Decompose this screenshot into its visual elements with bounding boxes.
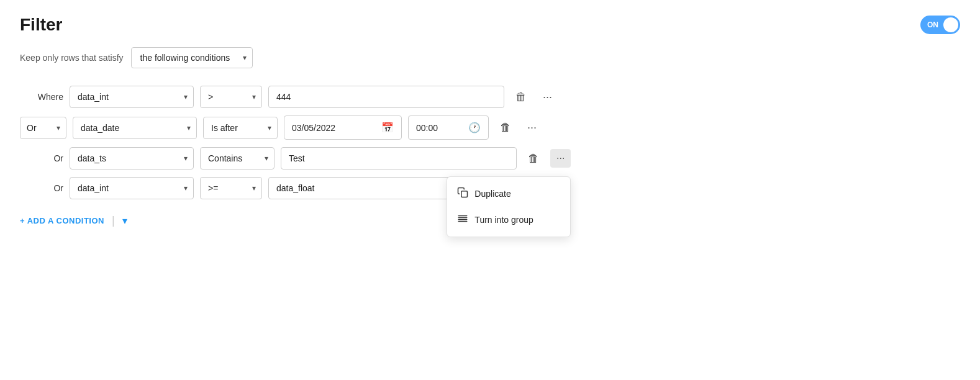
duplicate-icon [457, 187, 468, 201]
row2-time-input-wrapper: 🕐 [408, 115, 489, 140]
row1-delete-button[interactable]: 🗑 [510, 88, 532, 106]
row2-more-button[interactable]: ··· [522, 119, 542, 137]
row1-value-input[interactable] [268, 86, 504, 108]
context-menu-turn-into-group[interactable]: Turn into group [447, 207, 570, 233]
row4-field-dropdown[interactable]: data_int [70, 177, 194, 199]
row2-delete-button[interactable]: 🗑 [495, 119, 516, 137]
condition-type-dropdown[interactable]: the following conditions [131, 47, 253, 68]
condition-type-value: the following conditions [140, 53, 230, 63]
condition-prefix: Keep only rows that satisfy [20, 53, 124, 63]
add-condition-dropdown-button[interactable]: ▾ [122, 215, 127, 227]
row2-connector-wrapper: Or ▾ [20, 117, 66, 139]
row3-field-wrapper: data_ts ▾ [70, 147, 194, 170]
clock-icon: 🕐 [468, 122, 481, 133]
row3-more-wrapper: ··· Duplicate [550, 149, 571, 168]
row2-date-input-wrapper: 📅 [284, 115, 402, 140]
row2-op-wrapper: Is after ▾ [203, 117, 278, 139]
row3-op-wrapper: Contains ▾ [200, 147, 274, 170]
row3-value-input[interactable] [281, 147, 517, 170]
row4-field-value: data_int [78, 183, 109, 193]
row3-operator-dropdown[interactable]: Contains [200, 147, 274, 170]
row1-connector-label: Where [20, 92, 63, 102]
context-menu: Duplicate Turn into group [447, 176, 571, 237]
filter-header: Filter ON [20, 15, 960, 35]
toggle-knob [943, 17, 958, 32]
row4-field-wrapper: data_int ▾ [70, 177, 194, 199]
row2-time-input[interactable] [416, 123, 463, 133]
row4-operator-value: >= [208, 183, 218, 193]
row1-field-dropdown[interactable]: data_int [70, 86, 194, 108]
chevron-down-icon: ▾ [122, 215, 127, 226]
row4-op-wrapper: >= ▾ [200, 177, 262, 199]
row2-field-dropdown[interactable]: data_date [73, 117, 197, 139]
add-condition-button[interactable]: + ADD A CONDITION [20, 216, 104, 225]
filter-rows: Where data_int ▾ > ▾ 🗑 ··· Or ▾ data_dat… [20, 86, 960, 199]
row3-connector-label: Or [20, 153, 63, 163]
calendar-icon: 📅 [381, 122, 394, 133]
row1-more-button[interactable]: ··· [538, 88, 557, 106]
turn-into-group-label: Turn into group [474, 215, 533, 225]
row3-operator-value: Contains [208, 153, 242, 163]
filter-row-2: Or ▾ data_date ▾ Is after ▾ 📅 🕐 🗑 ··· [20, 115, 960, 140]
svg-rect-0 [461, 191, 468, 197]
row1-operator-value: > [208, 92, 213, 102]
filter-row-1: Where data_int ▾ > ▾ 🗑 ··· [20, 86, 960, 108]
row3-field-dropdown[interactable]: data_ts [70, 147, 194, 170]
row1-field-wrapper: data_int ▾ [70, 86, 194, 108]
toggle-container: ON [920, 16, 960, 34]
filter-toggle[interactable]: ON [920, 16, 960, 34]
row1-op-wrapper: > ▾ [200, 86, 262, 108]
row3-more-button[interactable]: ··· [550, 149, 571, 168]
page-title: Filter [20, 15, 62, 35]
row3-field-value: data_ts [78, 153, 106, 163]
row4-connector-label: Or [20, 183, 63, 193]
duplicate-label: Duplicate [474, 189, 510, 199]
row2-connector-dropdown[interactable]: Or [20, 117, 66, 139]
context-menu-duplicate[interactable]: Duplicate [447, 181, 570, 207]
toggle-label: ON [927, 20, 938, 29]
condition-type-wrapper: the following conditions ▾ [131, 47, 253, 68]
row2-operator-value: Is after [211, 123, 238, 133]
row3-delete-button[interactable]: 🗑 [523, 150, 544, 168]
row1-operator-dropdown[interactable]: > [200, 86, 262, 108]
row2-field-wrapper: data_date ▾ [73, 117, 197, 139]
row4-operator-dropdown[interactable]: >= [200, 177, 262, 199]
condition-header: Keep only rows that satisfy the followin… [20, 47, 960, 68]
row1-field-value: data_int [78, 92, 109, 102]
filter-row-3: Or data_ts ▾ Contains ▾ 🗑 ··· [20, 147, 960, 170]
row2-operator-dropdown[interactable]: Is after [203, 117, 278, 139]
row2-field-value: data_date [81, 123, 119, 133]
add-condition-divider: | [112, 214, 115, 227]
row2-connector-value: Or [27, 123, 37, 133]
row2-date-input[interactable] [292, 123, 376, 133]
group-icon [457, 213, 468, 227]
